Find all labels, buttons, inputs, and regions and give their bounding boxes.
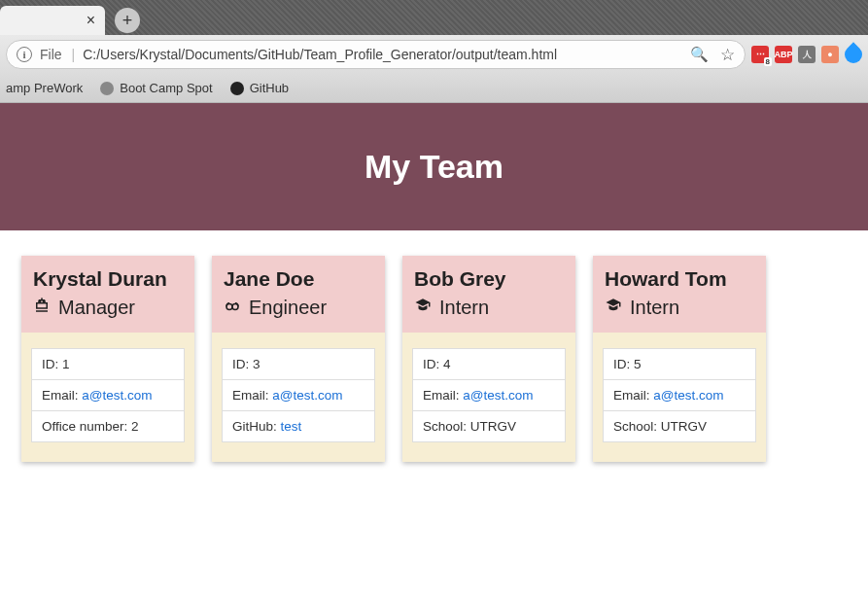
id-value: 1 bbox=[62, 357, 70, 371]
role-label: Intern bbox=[439, 297, 489, 319]
team-card: Howard Tom Intern ID: 5 Email: a@test.co… bbox=[593, 256, 766, 462]
extension-icon[interactable]: ⋯8 bbox=[751, 46, 769, 63]
member-name: Jane Doe bbox=[224, 267, 373, 291]
id-label: ID: bbox=[232, 357, 253, 371]
pdf-extension-icon[interactable]: 人 bbox=[798, 46, 816, 63]
bookmark-star-icon[interactable]: ☆ bbox=[720, 45, 735, 65]
manager-icon bbox=[33, 297, 51, 319]
team-card: Krystal Duran Manager ID: 1 Email: a@tes… bbox=[21, 256, 194, 462]
bookmark-item[interactable]: Boot Camp Spot bbox=[100, 81, 212, 95]
page-title: My Team bbox=[0, 103, 868, 230]
email-label: Email: bbox=[42, 388, 82, 403]
extra-label: Office number: bbox=[42, 419, 131, 434]
email-link[interactable]: a@test.com bbox=[82, 388, 152, 403]
bookmarks-bar: amp PreWork Boot Camp Spot GitHub bbox=[0, 74, 868, 103]
extension-icon[interactable] bbox=[841, 42, 865, 66]
extra-label: School: bbox=[423, 419, 470, 434]
member-role: Manager bbox=[33, 297, 183, 319]
search-icon[interactable]: 🔍 bbox=[690, 46, 709, 63]
member-role: Intern bbox=[414, 297, 564, 319]
email-label: Email: bbox=[613, 388, 653, 403]
list-item: Email: a@test.com bbox=[31, 379, 185, 411]
file-scheme-label: File bbox=[40, 47, 62, 62]
close-tab-icon[interactable]: × bbox=[87, 12, 95, 29]
id-label: ID: bbox=[42, 357, 62, 371]
address-bar[interactable]: i File | C:/Users/Krystal/Documents/GitH… bbox=[6, 40, 746, 69]
detail-list: ID: 1 Email: a@test.com Office number: 2 bbox=[31, 348, 185, 442]
email-label: Email: bbox=[423, 388, 463, 403]
browser-tab[interactable]: × bbox=[0, 6, 105, 35]
list-item: School: UTRGV bbox=[603, 410, 756, 442]
tab-strip: × + bbox=[0, 0, 868, 35]
globe-icon bbox=[100, 82, 114, 95]
id-value: 4 bbox=[443, 357, 451, 371]
list-item: ID: 3 bbox=[222, 348, 375, 380]
list-item: ID: 1 bbox=[31, 348, 185, 380]
team-cards-container: Krystal Duran Manager ID: 1 Email: a@tes… bbox=[0, 230, 868, 487]
extra-value: 2 bbox=[131, 419, 139, 434]
id-value: 5 bbox=[634, 357, 642, 371]
bookmark-label: amp PreWork bbox=[6, 81, 83, 95]
member-role: Intern bbox=[605, 297, 754, 319]
id-label: ID: bbox=[613, 357, 634, 371]
role-label: Intern bbox=[630, 297, 679, 319]
role-label: Manager bbox=[58, 297, 135, 319]
id-label: ID: bbox=[423, 357, 443, 371]
extra-value: UTRGV bbox=[470, 419, 516, 434]
intern-icon bbox=[605, 297, 622, 319]
list-item: ID: 5 bbox=[603, 348, 756, 380]
extra-value: UTRGV bbox=[661, 419, 707, 434]
detail-list: ID: 5 Email: a@test.com School: UTRGV bbox=[603, 348, 756, 442]
new-tab-button[interactable]: + bbox=[115, 8, 140, 33]
intern-icon bbox=[414, 297, 432, 319]
list-item: Email: a@test.com bbox=[412, 379, 566, 411]
card-body: ID: 1 Email: a@test.com Office number: 2 bbox=[21, 333, 194, 462]
card-header: Bob Grey Intern bbox=[402, 256, 575, 333]
list-item: GitHub: test bbox=[222, 410, 375, 442]
extra-link[interactable]: test bbox=[281, 419, 302, 434]
extra-label: School: bbox=[613, 419, 661, 434]
card-body: ID: 5 Email: a@test.com School: UTRGV bbox=[593, 333, 766, 462]
bookmark-label: Boot Camp Spot bbox=[120, 81, 212, 95]
url-text: C:/Users/Krystal/Documents/GitHub/Team_P… bbox=[83, 47, 682, 62]
team-card: Bob Grey Intern ID: 4 Email: a@test.com … bbox=[402, 256, 575, 462]
email-link[interactable]: a@test.com bbox=[272, 388, 342, 403]
adblock-icon[interactable]: ABP bbox=[775, 46, 792, 63]
role-label: Engineer bbox=[249, 297, 327, 319]
team-card: Jane Doe Engineer ID: 3 Email: a@test.co… bbox=[212, 256, 385, 462]
recorder-extension-icon[interactable]: ● bbox=[821, 46, 839, 63]
engineer-icon bbox=[224, 297, 241, 319]
bookmark-item[interactable]: GitHub bbox=[230, 81, 289, 95]
github-icon bbox=[230, 82, 244, 95]
list-item: Email: a@test.com bbox=[222, 379, 375, 411]
email-label: Email: bbox=[232, 388, 272, 403]
extension-icons: ⋯8 ABP 人 ● bbox=[751, 46, 862, 63]
card-header: Jane Doe Engineer bbox=[212, 256, 385, 333]
bookmark-item[interactable]: amp PreWork bbox=[6, 81, 83, 95]
card-header: Howard Tom Intern bbox=[593, 256, 766, 333]
member-name: Howard Tom bbox=[605, 267, 754, 291]
member-role: Engineer bbox=[224, 297, 373, 319]
card-body: ID: 4 Email: a@test.com School: UTRGV bbox=[402, 333, 575, 462]
email-link[interactable]: a@test.com bbox=[463, 388, 533, 403]
card-body: ID: 3 Email: a@test.com GitHub: test bbox=[212, 333, 385, 462]
site-info-icon[interactable]: i bbox=[17, 47, 32, 62]
separator: | bbox=[72, 47, 76, 62]
card-header: Krystal Duran Manager bbox=[21, 256, 194, 333]
email-link[interactable]: a@test.com bbox=[653, 388, 723, 403]
id-value: 3 bbox=[253, 357, 260, 371]
list-item: Office number: 2 bbox=[31, 410, 185, 442]
address-row: i File | C:/Users/Krystal/Documents/GitH… bbox=[0, 35, 868, 74]
bookmark-label: GitHub bbox=[250, 81, 289, 95]
detail-list: ID: 4 Email: a@test.com School: UTRGV bbox=[412, 348, 566, 442]
list-item: School: UTRGV bbox=[412, 410, 566, 442]
list-item: Email: a@test.com bbox=[603, 379, 756, 411]
member-name: Krystal Duran bbox=[33, 267, 183, 291]
member-name: Bob Grey bbox=[414, 267, 564, 291]
browser-chrome: × + i File | C:/Users/Krystal/Documents/… bbox=[0, 0, 868, 103]
extra-label: GitHub: bbox=[232, 419, 281, 434]
list-item: ID: 4 bbox=[412, 348, 566, 380]
detail-list: ID: 3 Email: a@test.com GitHub: test bbox=[222, 348, 375, 442]
